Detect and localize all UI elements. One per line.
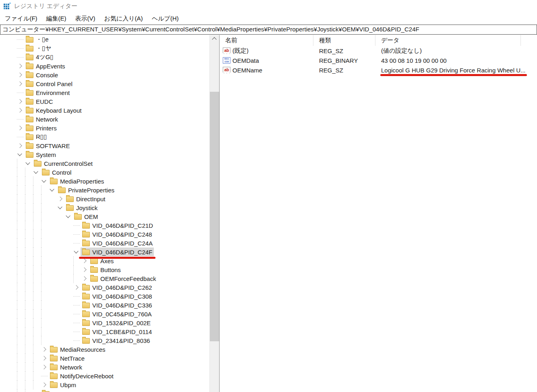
tree-item[interactable]: Control Panel: [0, 79, 209, 88]
menu-item-view[interactable]: 表示(V): [71, 14, 100, 24]
tree-item-content[interactable]: PrivateProperties: [56, 186, 116, 194]
expander-icon[interactable]: [48, 186, 56, 194]
column-header-data[interactable]: データ: [375, 35, 521, 46]
tree-item[interactable]: Keyboard Layout: [0, 106, 209, 115]
tree-item-content[interactable]: Ubpm: [48, 380, 78, 389]
tree-item[interactable]: NotifyDeviceReboot: [0, 371, 209, 380]
tree-item-content[interactable]: EUDC: [24, 97, 55, 106]
registry-path[interactable]: コンピューター¥HKEY_CURRENT_USER¥System¥Current…: [0, 26, 419, 33]
tree-item[interactable]: SOFTWARE: [0, 141, 209, 150]
tree-item-content[interactable]: VID_0C45&PID_760A: [81, 309, 153, 318]
tree-item[interactable]: Printers: [0, 124, 209, 132]
tree-item-content[interactable]: VID_046D&PID_C248: [81, 230, 153, 239]
tree-item-content[interactable]: VID_046D&PID_C24A: [81, 239, 154, 248]
expander-icon[interactable]: [16, 150, 24, 159]
tree-item[interactable]: VID_046D&PID_C24A: [0, 239, 209, 248]
scrollbar-thumb[interactable]: [210, 92, 219, 341]
tree-item-content[interactable]: ・▯ヤ: [24, 44, 53, 53]
expander-icon[interactable]: [16, 70, 24, 79]
value-row[interactable]: 011110OEMDataREG_BINARY43 00 08 10 19 00…: [220, 56, 537, 65]
tree-item[interactable]: VID_0C45&PID_760A: [0, 309, 209, 318]
column-header-name[interactable]: 名前: [220, 35, 313, 46]
tree-item[interactable]: Control: [0, 168, 209, 177]
value-row[interactable]: abOEMNameREG_SZLogicool G HUB G29 Drivin…: [220, 65, 537, 75]
tree-item-content[interactable]: Network: [48, 363, 84, 371]
tree-item-content[interactable]: VID_046D&PID_C308: [81, 292, 153, 301]
menu-item-edit[interactable]: 編集(E): [42, 14, 71, 24]
tree-item[interactable]: Network: [0, 115, 209, 124]
expander-icon[interactable]: [16, 79, 24, 88]
expander-icon[interactable]: [40, 345, 48, 354]
expander-icon[interactable]: [24, 159, 32, 168]
tree-item-content[interactable]: VID_2341&PID_8036: [81, 336, 151, 345]
menu-item-help[interactable]: ヘルプ(H): [147, 14, 183, 24]
expander-icon[interactable]: [16, 62, 24, 70]
tree-item[interactable]: R▯▯: [0, 132, 209, 141]
expander-icon[interactable]: [64, 212, 73, 221]
expander-icon[interactable]: [16, 97, 24, 106]
registry-tree-pane[interactable]: ・▯e・▯ヤ4ツG▯AppEventsConsoleControl PanelE…: [0, 35, 209, 392]
tree-item-content[interactable]: DirectInput: [64, 194, 107, 203]
tree-item-content[interactable]: VID_046D&PID_C24F: [81, 248, 154, 256]
tree-item-content[interactable]: SOFTWARE: [24, 141, 71, 150]
tree-item-content[interactable]: Environment: [24, 88, 71, 97]
tree-item[interactable]: NetTrace: [0, 354, 209, 363]
expander-icon[interactable]: [73, 248, 81, 256]
tree-item[interactable]: [0, 389, 209, 392]
column-header-type[interactable]: 種類: [313, 35, 375, 46]
scroll-up-button[interactable]: [210, 35, 219, 42]
tree-item-content[interactable]: 4ツG▯: [24, 53, 55, 62]
tree-item[interactable]: VID_046D&PID_C336: [0, 301, 209, 309]
tree-item[interactable]: Ubpm: [0, 380, 209, 389]
expander-icon[interactable]: [40, 354, 48, 363]
value-row[interactable]: ab(既定)REG_SZ(値の設定なし): [220, 46, 537, 56]
tree-item[interactable]: VID_046D&PID_C248: [0, 230, 209, 239]
tree-item-content[interactable]: NetTrace: [48, 354, 86, 363]
tree-item[interactable]: Environment: [0, 88, 209, 97]
expander-icon[interactable]: [16, 124, 24, 132]
tree-item[interactable]: Buttons: [0, 265, 209, 274]
tree-scrollbar[interactable]: [209, 35, 219, 392]
expander-icon[interactable]: [56, 203, 64, 212]
tree-item-content[interactable]: MediaResources: [48, 345, 107, 354]
tree-item[interactable]: System: [0, 150, 209, 159]
tree-item[interactable]: MediaProperties: [0, 177, 209, 186]
address-bar[interactable]: コンピューター¥HKEY_CURRENT_USER¥System¥Current…: [0, 25, 537, 35]
tree-item[interactable]: VID_1532&PID_002E: [0, 318, 209, 327]
tree-item-content[interactable]: VID_1CBE&PID_0114: [81, 327, 153, 336]
tree-item[interactable]: VID_046D&PID_C308: [0, 292, 209, 301]
tree-item[interactable]: CurrentControlSet: [0, 159, 209, 168]
tree-item-content[interactable]: R▯▯: [24, 132, 48, 141]
tree-item-content[interactable]: Control: [40, 168, 73, 177]
expander-icon[interactable]: [56, 194, 64, 203]
tree-item[interactable]: EUDC: [0, 97, 209, 106]
expander-icon[interactable]: [73, 283, 81, 292]
tree-item[interactable]: OEM: [0, 212, 209, 221]
tree-item-content[interactable]: OEMForceFeedback: [89, 274, 158, 283]
tree-item[interactable]: OEMForceFeedback: [0, 274, 209, 283]
tree-item[interactable]: DirectInput: [0, 194, 209, 203]
tree-item-content[interactable]: VID_046D&PID_C262: [81, 283, 153, 292]
tree-item[interactable]: PrivateProperties: [0, 186, 209, 194]
tree-item-content[interactable]: VID_1532&PID_002E: [81, 318, 152, 327]
expander-icon[interactable]: [40, 380, 48, 389]
tree-item-content[interactable]: VID_046D&PID_C336: [81, 301, 153, 309]
menu-item-favorites[interactable]: お気に入り(A): [100, 14, 147, 24]
tree-item[interactable]: VID_2341&PID_8036: [0, 336, 209, 345]
tree-item-content[interactable]: Keyboard Layout: [24, 106, 83, 115]
tree-item[interactable]: VID_1CBE&PID_0114: [0, 327, 209, 336]
tree-item[interactable]: ・▯e: [0, 35, 209, 44]
tree-item[interactable]: 4ツG▯: [0, 53, 209, 62]
tree-item[interactable]: Network: [0, 363, 209, 371]
value-name-cell[interactable]: abOEMName: [220, 65, 313, 75]
expander-icon[interactable]: [16, 106, 24, 115]
expander-icon[interactable]: [81, 274, 89, 283]
tree-item-content[interactable]: NotifyDeviceReboot: [48, 371, 115, 380]
tree-item-content[interactable]: MediaProperties: [48, 177, 106, 186]
menu-item-file[interactable]: ファイル(F): [0, 14, 42, 24]
expander-icon[interactable]: [40, 177, 48, 186]
tree-item[interactable]: Console: [0, 70, 209, 79]
tree-item[interactable]: VID_046D&PID_C21D: [0, 221, 209, 230]
tree-item[interactable]: VID_046D&PID_C24F: [0, 248, 209, 256]
tree-item-content[interactable]: Console: [24, 70, 60, 79]
